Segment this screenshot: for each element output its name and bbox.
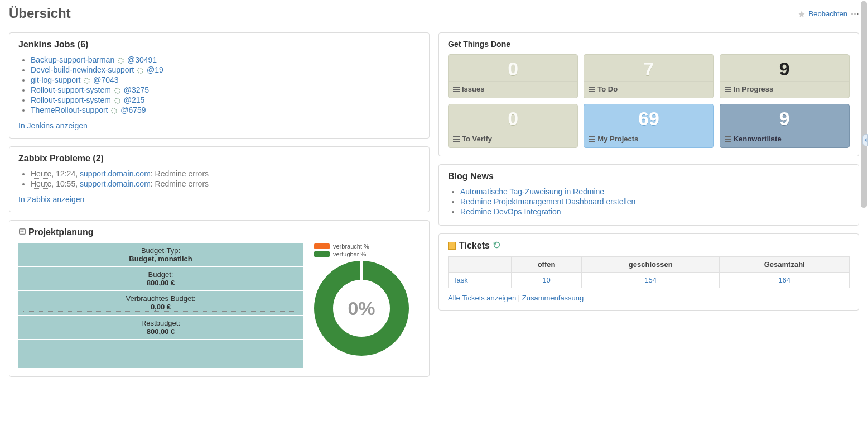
- table-row: Verbrauchtes Budget:0,00 €: [18, 291, 303, 316]
- svg-rect-14: [453, 136, 460, 137]
- svg-rect-17: [589, 136, 595, 137]
- jenkins-build-link[interactable]: @7043: [93, 75, 118, 84]
- list-item: Heute, 12:24, support.domain.com: Redmin…: [31, 169, 420, 178]
- zabbix-footer-link[interactable]: In Zabbix anzeigen: [18, 195, 84, 204]
- svg-rect-11: [725, 87, 731, 88]
- col-open: offen: [512, 257, 582, 273]
- gtd-panel: Get Things Done 0Issues7To Do9In Progres…: [438, 32, 859, 156]
- svg-rect-12: [725, 89, 731, 90]
- gtd-card[interactable]: 69My Projects: [584, 104, 713, 148]
- svg-rect-2: [22, 231, 23, 232]
- gtd-label: In Progress: [734, 85, 774, 93]
- gtd-number: 9: [720, 55, 849, 81]
- gtd-number: 7: [584, 55, 713, 81]
- blog-link[interactable]: Automatische Tag-Zuweisung in Redmine: [460, 187, 604, 196]
- tracker-link[interactable]: Task: [453, 276, 468, 284]
- jenkins-panel: Jenkins Jobs (6) Backup-support-barman @…: [9, 32, 430, 139]
- jenkins-title: Jenkins Jobs (6): [18, 40, 420, 50]
- gtd-label: To Verify: [462, 135, 492, 143]
- spinner-icon: [111, 108, 117, 114]
- blog-link[interactable]: Redmine DevOps Integration: [460, 207, 561, 216]
- tickets-title: Tickets: [459, 241, 490, 251]
- blog-link[interactable]: Redmine Projektmanagement Dashboard erst…: [460, 197, 635, 206]
- table-row: [18, 340, 303, 369]
- svg-rect-15: [453, 139, 460, 140]
- blog-panel: Blog News Automatische Tag-Zuweisung in …: [438, 164, 859, 226]
- table-row: Restbudget:800,00 €: [18, 316, 303, 340]
- gtd-card[interactable]: 7To Do: [584, 54, 713, 98]
- jenkins-job-link[interactable]: git-log-support: [31, 75, 81, 84]
- list-icon: [589, 136, 595, 142]
- jenkins-job-link[interactable]: Devel-build-newindex-support: [31, 65, 134, 74]
- jenkins-job-link[interactable]: ThemeRollout-support: [31, 106, 108, 114]
- budget-table: Budget-Typ:Budget, monatlichBudget:800,0…: [18, 243, 303, 369]
- watch-link[interactable]: Beobachten: [809, 9, 847, 18]
- gtd-grid: 0Issues7To Do9In Progress0To Verify69My …: [448, 54, 850, 148]
- legend-used-label: verbraucht %: [333, 243, 369, 250]
- svg-rect-4: [360, 261, 363, 280]
- budget-value: 800,00 €: [23, 327, 298, 336]
- jenkins-job-link[interactable]: Backup-support-barman: [31, 55, 114, 64]
- swatch-green-icon: [314, 251, 330, 257]
- tickets-open-link[interactable]: 10: [542, 276, 550, 284]
- jenkins-list: Backup-support-barman @30491Devel-build-…: [18, 55, 420, 114]
- scrollbar[interactable]: [861, 1, 867, 208]
- jenkins-build-link[interactable]: @30491: [127, 55, 157, 64]
- legend-avail-label: verfügbar %: [333, 251, 366, 257]
- gtd-number: 69: [584, 104, 713, 131]
- list-item: git-log-support @7043: [31, 75, 420, 84]
- zabbix-msg: Redmine errors: [155, 169, 209, 178]
- star-icon[interactable]: [798, 9, 806, 18]
- tickets-total-link[interactable]: 164: [778, 276, 790, 284]
- gtd-card[interactable]: 0Issues: [448, 54, 578, 98]
- zabbix-list: Heute, 12:24, support.domain.com: Redmin…: [18, 169, 420, 188]
- list-icon: [453, 136, 460, 142]
- more-icon[interactable]: ···: [851, 8, 859, 20]
- spinner-icon: [118, 58, 124, 64]
- zabbix-panel: Zabbix Probleme (2) Heute, 12:24, suppor…: [9, 146, 430, 212]
- budget-label: Restbudget:: [23, 319, 298, 327]
- tickets-refresh-icon[interactable]: [493, 241, 500, 251]
- page-title: Übersicht: [9, 6, 71, 21]
- zabbix-host-link[interactable]: support.domain.com: [80, 179, 151, 188]
- tickets-closed-link[interactable]: 154: [644, 276, 657, 284]
- spinner-icon: [137, 68, 143, 74]
- budget-value: Budget, monatlich: [23, 255, 298, 263]
- jenkins-job-link[interactable]: Rollout-support-system: [31, 95, 111, 104]
- gtd-card[interactable]: 9In Progress: [720, 54, 850, 98]
- gtd-card[interactable]: 9Kennwortliste: [720, 104, 850, 148]
- separator: |: [518, 294, 522, 302]
- zabbix-host-link[interactable]: support.domain.com: [80, 169, 151, 178]
- list-icon: [589, 87, 595, 92]
- jenkins-build-link[interactable]: @6759: [120, 106, 146, 114]
- side-handle-icon[interactable]: [862, 134, 868, 146]
- list-item: Backup-support-barman @30491: [31, 55, 420, 64]
- svg-rect-7: [453, 91, 460, 92]
- col-closed: geschlossen: [582, 257, 720, 273]
- gtd-title: Get Things Done: [448, 40, 850, 49]
- left-column: Jenkins Jobs (6) Backup-support-barman @…: [9, 32, 430, 377]
- jenkins-build-link[interactable]: @3275: [124, 85, 149, 94]
- jenkins-build-link[interactable]: @215: [124, 95, 145, 104]
- zabbix-time: 12:24: [56, 169, 75, 178]
- gtd-card[interactable]: 0To Verify: [448, 104, 578, 148]
- gtd-number: 0: [449, 55, 577, 81]
- svg-rect-20: [725, 136, 731, 137]
- jenkins-footer-link[interactable]: In Jenkins anzeigen: [18, 121, 88, 130]
- budget-chart-column: verbraucht % verfügbar % 0%: [314, 243, 420, 356]
- list-icon: [453, 87, 460, 92]
- tickets-table: offen geschlossen Gesamtzahl Task1015416…: [448, 256, 850, 288]
- svg-rect-13: [725, 91, 731, 92]
- table-row: Budget-Typ:Budget, monatlich: [18, 243, 303, 267]
- jenkins-job-link[interactable]: Rollout-support-system: [31, 85, 111, 94]
- spinner-icon: [114, 98, 120, 104]
- svg-rect-6: [453, 89, 460, 90]
- tickets-summary-link[interactable]: Zusammenfassung: [522, 294, 584, 302]
- tickets-all-link[interactable]: Alle Tickets anzeigen: [448, 294, 516, 302]
- legend-avail: verfügbar %: [314, 251, 420, 257]
- spinner-icon: [114, 88, 120, 94]
- spinner-icon: [84, 78, 90, 84]
- jenkins-build-link[interactable]: @19: [147, 65, 163, 74]
- zabbix-title: Zabbix Probleme (2): [18, 154, 420, 164]
- budget-value: 800,00 €: [23, 279, 298, 287]
